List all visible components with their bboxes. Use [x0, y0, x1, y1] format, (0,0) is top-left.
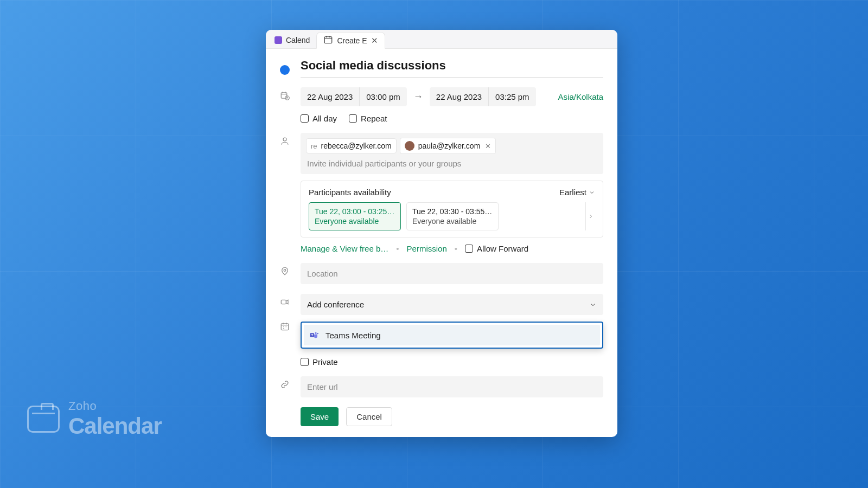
start-time[interactable]: 03:00 pm	[359, 87, 407, 106]
chip-prefix: re	[311, 142, 317, 150]
repeat-checkbox[interactable]: Repeat	[349, 114, 387, 123]
url-input[interactable]	[301, 376, 603, 397]
private-checkbox[interactable]: Private	[301, 357, 603, 367]
location-icon	[280, 263, 290, 276]
permission-link[interactable]: Permission	[407, 244, 447, 253]
end-time[interactable]: 03:25 pm	[488, 87, 536, 106]
participants-field[interactable]: re rebecca@zylker.com paula@zylker.com ✕…	[301, 133, 603, 174]
conference-option-label: Teams Meeting	[326, 331, 381, 340]
tab-label: Create E	[337, 36, 367, 45]
datetime-icon	[280, 87, 290, 100]
svg-point-4	[284, 269, 286, 272]
slot-time: Tue 22, 03:30 - 03:55…	[412, 207, 493, 216]
person-icon	[280, 133, 290, 146]
link-icon	[280, 376, 290, 389]
end-date[interactable]: 22 Aug 2023	[430, 87, 488, 106]
svg-rect-1	[281, 93, 287, 99]
allow-forward-checkbox[interactable]: Allow Forward	[465, 244, 528, 253]
next-slots-button[interactable]	[585, 202, 595, 230]
svg-rect-0	[325, 37, 333, 43]
slot-status: Everyone available	[412, 217, 493, 226]
chip-email: paula@zylker.com	[418, 142, 481, 150]
start-date[interactable]: 22 Aug 2023	[301, 87, 359, 106]
availability-panel: Participants availability Earliest Tue 2…	[301, 181, 603, 237]
slot-status: Everyone available	[315, 217, 395, 226]
availability-slot[interactable]: Tue 22, 03:00 - 03:25… Everyone availabl…	[309, 202, 401, 230]
event-title-input[interactable]	[301, 59, 603, 78]
availability-sort[interactable]: Earliest	[559, 188, 595, 197]
avatar-icon	[405, 141, 414, 151]
allow-forward-label: Allow Forward	[477, 244, 528, 253]
brand-watermark: Zoho Calendar	[27, 399, 162, 439]
private-label: Private	[312, 357, 338, 367]
teams-icon: T	[309, 330, 319, 340]
create-event-window: Calend Create E ✕ 22 Aug 2023	[266, 30, 617, 437]
all-day-label: All day	[312, 114, 337, 123]
location-input[interactable]	[301, 263, 603, 284]
timezone-link[interactable]: Asia/Kolkata	[558, 92, 603, 101]
chevron-down-icon	[589, 189, 595, 196]
invite-placeholder: Invite individual participants or your g…	[306, 154, 598, 169]
event-color-dot[interactable]	[280, 65, 290, 75]
chevron-down-icon	[589, 301, 597, 309]
tab-bar: Calend Create E ✕	[266, 30, 617, 49]
video-icon	[280, 294, 290, 307]
svg-text:T: T	[311, 333, 313, 337]
add-conference-dropdown[interactable]: Add conference	[301, 294, 603, 315]
calendar-select-icon	[280, 318, 290, 331]
availability-slot[interactable]: Tue 22, 03:30 - 03:55… Everyone availabl…	[406, 202, 499, 230]
all-day-checkbox[interactable]: All day	[301, 114, 337, 123]
tab-calendar[interactable]: Calend	[268, 31, 316, 48]
conference-options: T Teams Meeting	[301, 322, 603, 349]
chevron-right-icon	[588, 213, 594, 220]
svg-rect-6	[281, 324, 289, 330]
close-icon[interactable]: ✕	[371, 36, 378, 46]
event-favicon-icon	[323, 35, 333, 46]
svg-point-9	[315, 332, 316, 334]
svg-point-10	[317, 333, 318, 334]
chip-email: rebecca@zylker.com	[321, 142, 392, 150]
manage-free-busy-link[interactable]: Manage & View free b…	[301, 244, 388, 253]
teams-meeting-option[interactable]: T Teams Meeting	[304, 325, 600, 345]
slot-time: Tue 22, 03:00 - 03:25…	[315, 207, 395, 216]
conference-label: Add conference	[307, 300, 364, 309]
brand-bottom: Calendar	[68, 413, 162, 439]
remove-chip-icon[interactable]: ✕	[485, 142, 491, 150]
participant-chip[interactable]: paula@zylker.com ✕	[400, 138, 496, 154]
svg-rect-5	[281, 300, 286, 304]
tab-label: Calend	[286, 36, 310, 44]
arrow-right-icon: →	[412, 91, 424, 102]
availability-heading: Participants availability	[309, 188, 391, 197]
repeat-label: Repeat	[361, 114, 387, 123]
brand-top: Zoho	[68, 399, 162, 413]
participant-chip[interactable]: re rebecca@zylker.com	[306, 138, 397, 153]
calendar-favicon-icon	[275, 36, 282, 44]
save-button[interactable]: Save	[301, 407, 339, 426]
calendar-icon	[27, 406, 60, 433]
svg-point-3	[283, 138, 286, 141]
cancel-button[interactable]: Cancel	[346, 407, 392, 426]
tab-create-event[interactable]: Create E ✕	[316, 32, 385, 49]
